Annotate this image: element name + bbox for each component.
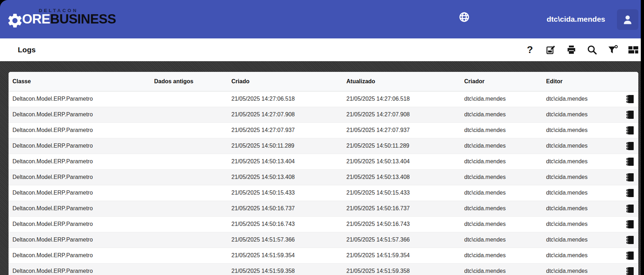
- column-header-atualizado[interactable]: Atualizado: [342, 72, 460, 91]
- cell-classe: Deltacon.Model.ERP.Parametro: [9, 122, 150, 138]
- notebook-icon: [625, 94, 634, 104]
- cell-criador: dtc\cida.mendes: [460, 232, 542, 248]
- cell-dados-antigos: [150, 263, 227, 275]
- cell-editor: dtc\cida.mendes: [542, 248, 622, 263]
- cell-criador: dtc\cida.mendes: [460, 216, 542, 232]
- app-window: DELTACON OREBUSINESS dtc\cida.mendes Log…: [0, 0, 641, 275]
- table-row: Deltacon.Model.ERP.Parametro 21/05/2025 …: [9, 232, 638, 248]
- cell-criador: dtc\cida.mendes: [460, 248, 542, 263]
- row-detail-button[interactable]: [625, 156, 635, 167]
- notebook-icon: [625, 204, 634, 213]
- row-detail-button[interactable]: [625, 141, 635, 152]
- log-table: Classe Dados antigos Criado Atualizado C…: [9, 72, 638, 275]
- cell-criado: 21/05/2025 14:50:16.737: [227, 201, 342, 216]
- table-row: Deltacon.Model.ERP.Parametro 21/05/2025 …: [9, 122, 638, 138]
- brand-business: BUSINESS: [50, 12, 116, 26]
- cell-actions: [622, 154, 638, 169]
- cell-classe: Deltacon.Model.ERP.Parametro: [9, 154, 150, 169]
- cell-classe: Deltacon.Model.ERP.Parametro: [9, 138, 150, 154]
- cell-classe: Deltacon.Model.ERP.Parametro: [9, 169, 150, 185]
- notebook-icon: [625, 157, 634, 166]
- table-row: Deltacon.Model.ERP.Parametro 21/05/2025 …: [9, 216, 638, 232]
- cell-dados-antigos: [150, 154, 227, 169]
- cell-editor: dtc\cida.mendes: [542, 138, 622, 154]
- user-account-button[interactable]: [617, 9, 638, 30]
- column-header-dados-antigos[interactable]: Dados antigos: [150, 72, 227, 91]
- cell-actions: [622, 232, 638, 248]
- row-detail-button[interactable]: [625, 187, 635, 199]
- cell-actions: [622, 169, 638, 185]
- layout-grid-button[interactable]: [627, 42, 639, 58]
- row-detail-button[interactable]: [625, 203, 635, 214]
- table-row: Deltacon.Model.ERP.Parametro 21/05/2025 …: [9, 201, 638, 216]
- cell-classe: Deltacon.Model.ERP.Parametro: [9, 107, 150, 122]
- cell-classe: Deltacon.Model.ERP.Parametro: [9, 248, 150, 263]
- cell-criado: 21/05/2025 14:50:15.433: [227, 185, 342, 201]
- cell-atualizado: 21/05/2025 14:27:07.908: [342, 107, 460, 122]
- row-detail-button[interactable]: [625, 172, 635, 183]
- page-toolbar: Logs ?: [0, 38, 641, 61]
- content-area: Classe Dados antigos Criado Atualizado C…: [0, 61, 641, 275]
- notebook-icon: [625, 188, 634, 198]
- filter-button[interactable]: [606, 42, 619, 58]
- column-header-editor[interactable]: Editor: [542, 72, 622, 91]
- print-button[interactable]: [565, 42, 577, 58]
- cell-atualizado: 21/05/2025 14:50:15.433: [342, 185, 460, 201]
- cell-editor: dtc\cida.mendes: [542, 185, 622, 201]
- row-detail-button[interactable]: [625, 94, 635, 105]
- cell-editor: dtc\cida.mendes: [542, 201, 622, 216]
- help-button[interactable]: ?: [524, 42, 536, 58]
- table-row: Deltacon.Model.ERP.Parametro 21/05/2025 …: [9, 248, 638, 263]
- row-detail-button[interactable]: [625, 266, 635, 275]
- notebook-icon: [625, 126, 634, 135]
- cell-atualizado: 21/05/2025 14:50:13.408: [342, 169, 460, 185]
- cell-actions: [622, 248, 638, 263]
- cell-criador: dtc\cida.mendes: [460, 122, 542, 138]
- notebook-icon: [625, 235, 634, 245]
- row-detail-button[interactable]: [625, 125, 635, 136]
- column-header-classe[interactable]: Classe: [9, 72, 150, 91]
- notebook-icon: [625, 110, 634, 120]
- search-icon: [587, 44, 597, 55]
- cell-editor: dtc\cida.mendes: [542, 263, 622, 275]
- log-table-card: Classe Dados antigos Criado Atualizado C…: [9, 72, 638, 275]
- row-detail-button[interactable]: [625, 234, 635, 245]
- cell-criado: 21/05/2025 14:51:59.358: [227, 263, 342, 275]
- column-header-actions: [622, 72, 638, 91]
- user-icon: [622, 14, 634, 26]
- search-button[interactable]: [586, 42, 598, 58]
- cell-criado: 21/05/2025 14:51:59.354: [227, 248, 342, 263]
- gear-icon: [6, 12, 23, 29]
- filter-icon: [607, 44, 618, 55]
- column-header-criado[interactable]: Criado: [227, 72, 342, 91]
- cell-dados-antigos: [150, 122, 227, 138]
- cell-atualizado: 21/05/2025 14:50:16.737: [342, 201, 460, 216]
- language-globe-button[interactable]: [457, 10, 472, 25]
- cell-criado: 21/05/2025 14:27:06.518: [227, 91, 342, 107]
- print-icon: [566, 44, 577, 55]
- cell-actions: [622, 201, 638, 216]
- table-row: Deltacon.Model.ERP.Parametro 21/05/2025 …: [9, 91, 638, 107]
- cell-atualizado: 21/05/2025 14:51:57.366: [342, 232, 460, 248]
- row-detail-button[interactable]: [625, 109, 635, 120]
- table-row: Deltacon.Model.ERP.Parametro 21/05/2025 …: [9, 107, 638, 122]
- cell-classe: Deltacon.Model.ERP.Parametro: [9, 201, 150, 216]
- row-detail-button[interactable]: [625, 219, 635, 230]
- cell-actions: [622, 107, 638, 122]
- cell-actions: [622, 185, 638, 201]
- cell-criado: 21/05/2025 14:50:13.408: [227, 169, 342, 185]
- cell-criador: dtc\cida.mendes: [460, 91, 542, 107]
- cell-criado: 21/05/2025 14:50:13.404: [227, 154, 342, 169]
- table-row: Deltacon.Model.ERP.Parametro 21/05/2025 …: [9, 185, 638, 201]
- column-header-criador[interactable]: Criador: [460, 72, 542, 91]
- edit-note-button[interactable]: [544, 42, 557, 58]
- cell-dados-antigos: [150, 91, 227, 107]
- cell-actions: [622, 122, 638, 138]
- cell-dados-antigos: [150, 201, 227, 216]
- row-detail-button[interactable]: [625, 250, 635, 261]
- cell-actions: [622, 216, 638, 232]
- cell-editor: dtc\cida.mendes: [542, 122, 622, 138]
- cell-actions: [622, 263, 638, 275]
- table-row: Deltacon.Model.ERP.Parametro 21/05/2025 …: [9, 138, 638, 154]
- brand-core: ORE: [22, 12, 50, 26]
